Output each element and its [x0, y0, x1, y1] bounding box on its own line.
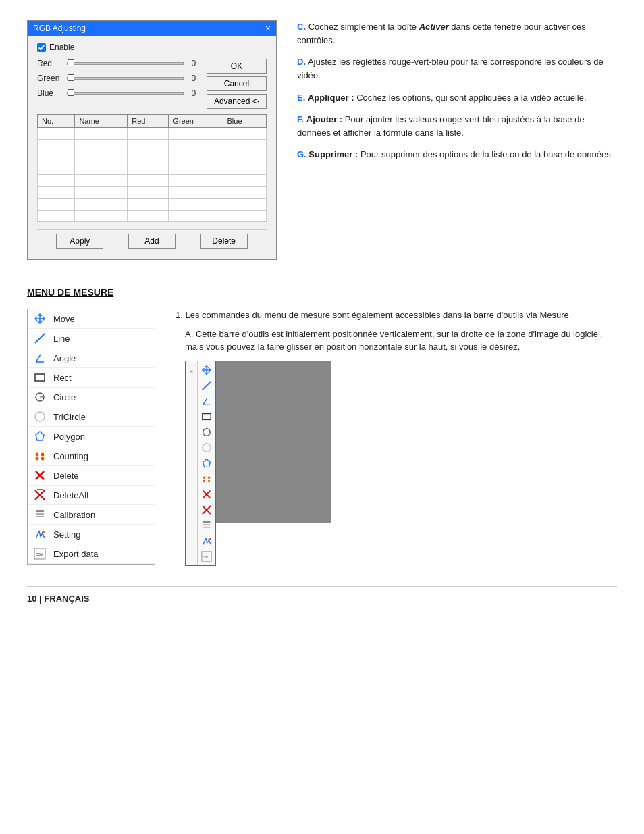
svg-point-35: [203, 476, 206, 479]
instruction-g: G. Supprimer : Pour supprimer des option…: [297, 148, 617, 161]
blue-value: 0: [188, 88, 200, 98]
svg-line-4: [36, 355, 41, 362]
menu-label-move: Move: [53, 314, 75, 324]
delete-button[interactable]: Delete: [200, 234, 248, 249]
vertical-toolbar: csv: [198, 361, 215, 565]
preview-area: ···· ✕: [185, 361, 617, 566]
dialog-buttons-col: OK Cancel Advanced <·: [207, 59, 267, 109]
instruction-c: C. Cochez simplement la boîte Activer da…: [297, 20, 617, 47]
green-value: 0: [188, 74, 200, 83]
menu-item-export[interactable]: csv Export data: [28, 544, 155, 564]
svg-point-10: [36, 453, 39, 457]
add-button[interactable]: Add: [128, 234, 176, 249]
menu-label-circle: Circle: [53, 392, 76, 402]
move-icon: [33, 312, 47, 325]
sliders-and-buttons: Red 0 Green 0: [37, 59, 267, 109]
table-row: [38, 163, 267, 175]
dialog-body: Enable Red 0 Green: [28, 36, 276, 259]
blue-label: Blue: [37, 88, 63, 98]
vt-move-icon[interactable]: [199, 363, 214, 377]
measure-sub: A. Cette barre d'outils est initialement…: [185, 328, 617, 354]
menu-item-delete[interactable]: Delete: [28, 466, 155, 486]
svg-point-8: [35, 412, 45, 421]
table-row: [38, 199, 267, 211]
ok-button[interactable]: OK: [207, 59, 267, 74]
dialog-footer: Apply Add Delete: [37, 229, 267, 253]
vt-circle-icon[interactable]: [199, 425, 214, 440]
svg-point-38: [208, 479, 211, 482]
rgb-instructions: C. Cochez simplement la boîte Activer da…: [297, 20, 617, 170]
deleteall-icon: [33, 488, 47, 502]
menu-item-rect[interactable]: Rect: [28, 368, 155, 388]
svg-line-2: [35, 334, 45, 343]
footer-separator: |: [36, 594, 44, 604]
svg-rect-5: [35, 374, 45, 381]
cancel-button[interactable]: Cancel: [207, 76, 267, 91]
preview-container: ···· ✕: [185, 361, 216, 566]
menu-item-counting[interactable]: Counting: [28, 446, 155, 466]
apply-button[interactable]: Apply: [56, 234, 103, 249]
menu-item-angle[interactable]: Angle: [28, 348, 155, 368]
svg-rect-19: [36, 510, 44, 512]
menu-item-tricircle[interactable]: TriCircle: [28, 407, 155, 427]
menu-item-polygon[interactable]: Polygon: [28, 427, 155, 446]
counting-icon: [33, 449, 47, 463]
green-label: Green: [37, 74, 63, 83]
rgb-section: RGB Adjusting × Enable Red 0: [27, 20, 617, 260]
vt-polygon-icon[interactable]: [199, 456, 214, 471]
vt-deleteall-icon[interactable]: [199, 502, 214, 517]
toolbar-dots-top: ····: [187, 363, 196, 369]
svg-point-36: [208, 476, 211, 479]
green-slider-thumb[interactable]: [68, 74, 74, 81]
menu-item-move[interactable]: Move: [28, 309, 155, 329]
menu-item-circle[interactable]: Circle: [28, 388, 155, 407]
section-title: MENU DE MESURE: [27, 287, 617, 298]
vt-counting-icon[interactable]: [199, 471, 214, 486]
menu-label-export: Export data: [53, 549, 99, 559]
red-slider-row: Red 0: [37, 59, 200, 68]
instruction-d: D. Ajustez les réglettes rouge-vert-bleu…: [297, 55, 617, 82]
red-slider-track[interactable]: [67, 62, 184, 65]
setting-icon: [33, 527, 47, 541]
vt-angle-icon[interactable]: [199, 394, 214, 409]
menu-item-deleteall[interactable]: DeleteAll: [28, 486, 155, 505]
menu-item-calibration[interactable]: Calibration: [28, 505, 155, 525]
svg-rect-20: [36, 513, 44, 515]
svg-marker-34: [203, 459, 211, 467]
svg-point-33: [203, 443, 211, 451]
col-no: No.: [38, 115, 75, 128]
menu-item-setting[interactable]: Setting: [28, 525, 155, 544]
menu-item-line[interactable]: Line: [28, 329, 155, 348]
vt-tricircle-icon[interactable]: [199, 440, 214, 455]
svg-point-37: [203, 479, 206, 482]
col-name: Name: [75, 115, 128, 128]
enable-checkbox[interactable]: [37, 43, 46, 52]
svg-rect-43: [203, 521, 211, 523]
measure-menu-box: Move Line Angle Rect: [27, 309, 155, 565]
rect-icon: [33, 371, 47, 384]
vt-setting-icon[interactable]: [199, 533, 214, 548]
page-number: 10: [27, 594, 36, 604]
vt-rect-icon[interactable]: [199, 409, 214, 424]
svg-rect-44: [203, 524, 211, 525]
menu-label-calibration: Calibration: [53, 510, 95, 520]
preview-image: [216, 361, 331, 523]
vt-calibration-icon[interactable]: [199, 518, 214, 533]
red-slider-thumb[interactable]: [68, 59, 74, 66]
vt-delete-icon[interactable]: [199, 487, 214, 502]
col-blue: Blue: [223, 115, 266, 128]
vt-export-icon[interactable]: csv: [199, 549, 214, 564]
advanced-button[interactable]: Advanced <·: [207, 94, 267, 109]
blue-slider-thumb[interactable]: [68, 89, 74, 96]
dialog-titlebar: RGB Adjusting ×: [28, 21, 276, 36]
svg-line-28: [203, 381, 211, 389]
dialog-close-button[interactable]: ×: [265, 24, 271, 33]
green-slider-track[interactable]: [67, 77, 184, 80]
col-red: Red: [128, 115, 169, 128]
menu-label-line: Line: [53, 334, 70, 344]
table-row: [38, 175, 267, 187]
menu-label-angle: Angle: [53, 353, 76, 363]
svg-rect-31: [203, 413, 211, 419]
blue-slider-track[interactable]: [67, 92, 184, 95]
vt-line-icon[interactable]: [199, 378, 214, 393]
